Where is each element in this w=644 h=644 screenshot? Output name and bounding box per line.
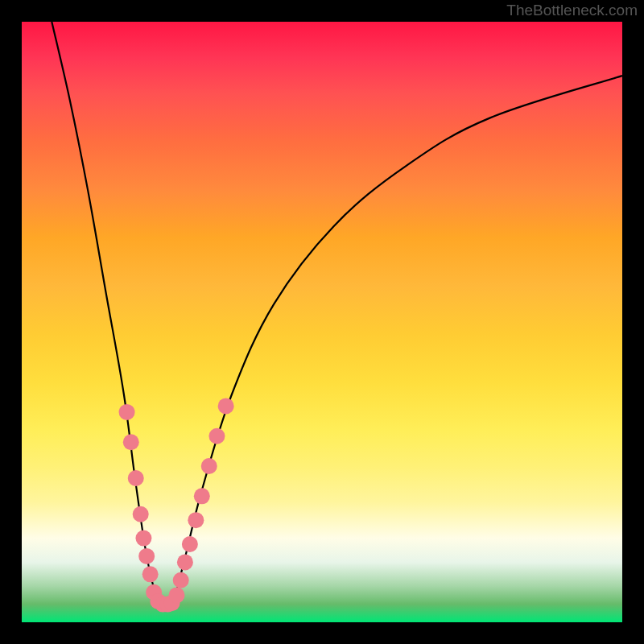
data-point [119, 404, 135, 420]
data-point [201, 458, 217, 474]
data-point [123, 434, 139, 450]
data-point [142, 566, 159, 582]
watermark-text: TheBottleneck.com [506, 2, 638, 19]
chart-plot-area [22, 22, 622, 622]
data-point [138, 548, 155, 564]
data-point [188, 512, 204, 528]
data-point [208, 428, 225, 444]
data-point [173, 572, 189, 588]
data-point [128, 470, 144, 486]
data-point [135, 530, 151, 547]
data-point [168, 587, 184, 603]
data-point [182, 536, 198, 552]
data-point [194, 488, 210, 504]
data-point [218, 398, 234, 414]
data-points-layer [22, 22, 622, 622]
data-point [177, 554, 193, 570]
data-point [133, 506, 149, 522]
